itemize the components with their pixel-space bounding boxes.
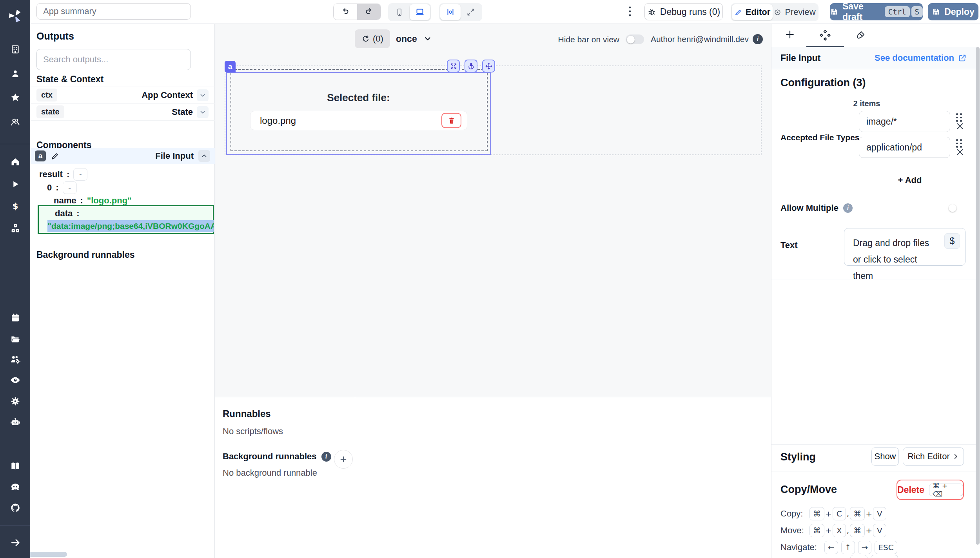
discord-icon[interactable] [10,481,21,492]
chevron-down-icon[interactable] [197,106,209,118]
allow-multiple-label: Allow Multiple [780,203,838,213]
selected-file-box: logo.png [250,111,467,130]
search-outputs-input[interactable] [36,49,191,70]
editor-preview-group: Editor Preview [731,3,818,21]
expand-handle[interactable] [447,60,460,72]
editor-tab[interactable]: Editor [732,4,773,20]
horizontal-scrollbar-thumb[interactable] [30,552,67,557]
runnables-title: Runnables [223,408,271,419]
robot-icon[interactable] [10,417,21,428]
book-open-icon[interactable] [10,460,21,471]
center-align-button[interactable]: 0 [440,4,461,20]
remove-file-button[interactable] [441,113,461,128]
settings-tab[interactable] [818,29,832,42]
hide-bar-toggle[interactable] [626,34,644,44]
info-icon[interactable]: i [843,203,853,213]
add-file-type-button[interactable]: + Add [898,175,922,185]
see-documentation-link[interactable]: See documentation [875,53,967,63]
preview-tab[interactable]: Preview [773,4,817,20]
user-group-gear-icon[interactable] [10,354,21,365]
folder-open-icon[interactable] [10,334,20,344]
kebab-menu-icon[interactable] [625,5,635,18]
outputs-panel: Outputs State & Context ctx App Context … [30,24,215,558]
styling-tab[interactable] [854,29,867,42]
gear-icon[interactable] [10,396,20,407]
show-label: Show [874,451,896,462]
calendar-icon[interactable] [10,313,20,323]
redo-button[interactable] [357,4,381,20]
app-summary-input[interactable] [36,3,191,20]
state-row[interactable]: state State [30,103,215,120]
text-value-box[interactable]: Drag and drop files or click to select t… [844,228,965,266]
preview-tab-label: Preview [785,7,815,17]
component-badge[interactable]: a [225,61,236,72]
tree-key: name [54,196,76,206]
home-icon[interactable] [10,157,20,167]
eye-icon[interactable] [10,375,21,386]
move-handle[interactable] [482,60,495,72]
info-icon[interactable]: i [321,452,331,462]
user-icon[interactable] [10,69,20,79]
drag-handle-dots-icon[interactable] [956,113,962,122]
debug-runs-button[interactable]: Debug runs (0) [644,3,723,20]
colon: : [67,169,69,179]
fullwidth-button[interactable] [461,4,481,20]
info-icon[interactable]: i [753,34,763,44]
close-x-icon[interactable] [955,121,965,131]
styling-show-button[interactable]: Show [871,447,899,466]
close-x-icon[interactable] [955,147,965,157]
plus-sep: + [825,526,832,535]
v-key: V [873,507,886,520]
text-label: Text [780,240,798,250]
tree-string-value[interactable]: "logo.png" [87,196,132,206]
pencil-icon[interactable] [51,152,60,161]
expand-sidebar-arrow-icon[interactable] [10,537,21,548]
left-arrow-key: ← [824,541,838,554]
star-icon[interactable] [10,92,20,103]
delete-kbd: ⌘ + ⌫ [929,484,963,496]
collapse-button[interactable]: - [63,181,77,194]
connect-dollar-button[interactable]: $ [944,233,960,249]
cmd-key: ⌘ [809,524,824,537]
settings-panel: File Input See documentation Configurati… [771,24,980,558]
play-icon[interactable] [10,179,20,189]
styling-title: Styling [780,451,816,463]
anchor-handle[interactable] [465,60,477,72]
floppy-icon [830,7,838,16]
recompute-mode-select[interactable]: once [396,29,432,48]
configuration-title: Configuration (3) [780,77,866,89]
chevron-down-icon[interactable] [197,89,209,101]
rich-editor-button[interactable]: Rich Editor [903,447,964,466]
expand-corners-icon [466,7,475,17]
insert-tab[interactable] [783,28,797,41]
device-toggle-group [388,3,431,21]
top-bar: 0 Debug runs (0) Editor Previe [30,0,980,24]
vertical-scrollbar-thumb[interactable] [976,47,980,545]
save-draft-button[interactable]: Save draft Ctrl S [830,3,923,20]
delete-component-button[interactable]: Delete ⌘ + ⌫ [897,480,964,500]
see-documentation-label: See documentation [875,53,954,63]
building-icon[interactable] [10,44,20,54]
desktop-view-button[interactable] [410,4,430,20]
data-value-highlighted[interactable]: "data:image/png;base64,iVBORw0KGgoAAAANS… [47,221,214,230]
accepted-file-types-label: Accepted File Types [780,133,860,142]
ctx-badge: ctx [36,89,57,101]
dollar-icon[interactable]: $ [10,201,20,211]
selected-data-node[interactable]: data : "data:image/png;base64,iVBORw0KGg… [38,205,214,234]
undo-button[interactable] [334,4,357,20]
user-group-icon[interactable] [10,117,20,127]
collapse-button[interactable]: - [73,168,87,181]
recompute-button[interactable]: (0) [355,29,390,48]
chevron-up-icon[interactable] [198,150,210,162]
windmill-logo-icon[interactable] [7,8,23,24]
drag-handle-dots-icon[interactable] [956,139,962,148]
ctx-row[interactable]: ctx App Context [30,87,215,103]
cubes-icon[interactable] [10,223,21,234]
file-type-input-1[interactable] [859,111,950,132]
component-row[interactable]: a File Input [30,148,215,164]
deploy-button[interactable]: Deploy [928,3,978,20]
github-icon[interactable] [10,502,21,513]
mobile-view-button[interactable] [389,4,410,20]
add-background-runnable-button[interactable] [334,450,353,469]
file-type-input-2[interactable] [859,137,950,158]
